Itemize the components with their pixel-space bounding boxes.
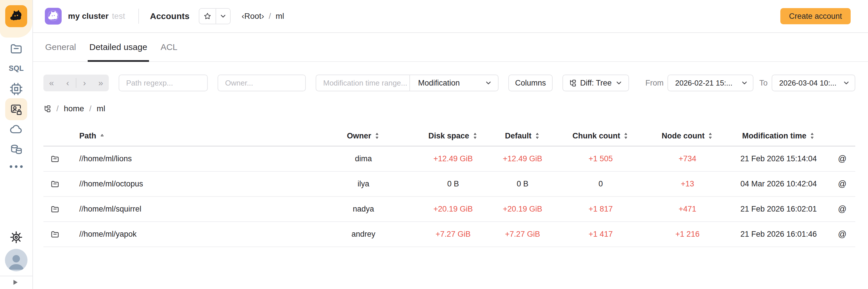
sidebar-item-cloud[interactable] xyxy=(9,122,23,136)
row-node-count: +734 xyxy=(647,154,728,163)
tab-detailed-usage[interactable]: Detailed usage xyxy=(88,33,149,61)
favorite-split-button xyxy=(199,8,230,24)
folder-icon xyxy=(9,42,23,56)
row-default: 0 B xyxy=(491,179,554,188)
row-folder xyxy=(43,230,72,239)
sidebar-item-queries[interactable]: SQL xyxy=(9,64,24,73)
path-regexp-input[interactable]: Path regexp... xyxy=(119,75,208,91)
from-date-dropdown[interactable]: 2026-02-21 15:... xyxy=(668,75,753,91)
play-triangle-icon xyxy=(11,279,19,286)
row-node-count: +13 xyxy=(647,179,728,188)
cloud-icon xyxy=(9,122,23,136)
sidebar-item-navigation[interactable] xyxy=(9,42,23,56)
column-header-default[interactable]: Default xyxy=(491,132,554,140)
favorites-dropdown-button[interactable] xyxy=(216,8,230,24)
row-modification-time: 04 Mar 2026 10:42:04 xyxy=(728,179,829,188)
cluster-logo[interactable] xyxy=(45,8,62,25)
row-chunk-count: +1 817 xyxy=(554,205,647,214)
app-logo[interactable] xyxy=(5,5,27,27)
attributes-link[interactable]: @ xyxy=(829,154,855,164)
row-path[interactable]: //home/ml/octopus xyxy=(72,179,311,188)
from-date-value: 2026-02-21 15:... xyxy=(675,79,732,87)
next-page-button[interactable]: › xyxy=(76,75,93,91)
column-header-path[interactable]: Path xyxy=(72,132,311,140)
breadcrumb-separator: / xyxy=(89,104,92,113)
main-content: General Detailed usage ACL « ‹ › » Path … xyxy=(33,33,868,289)
chevron-down-icon xyxy=(485,79,492,87)
row-disk-space: 0 B xyxy=(415,179,491,188)
sort-icon xyxy=(374,132,380,139)
row-modification-time: 21 Feb 2026 16:02:01 xyxy=(728,205,829,214)
cluster-name[interactable]: my cluster xyxy=(68,11,108,21)
time-mode-dropdown[interactable]: Modification xyxy=(410,79,498,87)
column-header-modification-time[interactable]: Modification time xyxy=(728,132,829,140)
attributes-link[interactable]: @ xyxy=(829,229,855,239)
column-header-disk-space[interactable]: Disk space xyxy=(415,132,491,140)
row-path[interactable]: //home/ml/squirrel xyxy=(72,205,311,214)
user-avatar[interactable] xyxy=(5,249,28,272)
filter-toolbar: « ‹ › » Path regexp... Owner... Modifica… xyxy=(33,75,868,91)
row-default: +12.49 GiB xyxy=(491,154,554,163)
table-row: //home/ml/squirrel nadya +20.19 GiB +20.… xyxy=(43,197,855,222)
star-icon xyxy=(204,12,212,20)
person-icon xyxy=(6,251,26,272)
to-date-dropdown[interactable]: 2026-03-04 10:... xyxy=(772,75,855,91)
last-page-button[interactable]: » xyxy=(93,75,109,91)
owner-placeholder: Owner... xyxy=(225,79,253,87)
create-account-button[interactable]: Create account xyxy=(780,8,850,24)
columns-button[interactable]: Columns xyxy=(508,75,553,91)
favorite-star-button[interactable] xyxy=(199,8,216,24)
row-path[interactable]: //home/ml/yapok xyxy=(72,230,311,239)
owner-input[interactable]: Owner... xyxy=(218,75,306,91)
account-breadcrumb: ‹Root› / ml xyxy=(242,11,284,21)
sort-icon xyxy=(623,132,629,139)
pagination-control: « ‹ › » xyxy=(43,75,109,91)
sidebar-item-accounts-active[interactable] xyxy=(5,98,27,120)
column-header-chunk-count[interactable]: Chunk count xyxy=(554,132,647,140)
column-header-node-count[interactable]: Node count xyxy=(647,132,728,140)
chevron-down-icon xyxy=(842,79,850,87)
app-window: SQL xyxy=(0,0,868,289)
tree-icon[interactable] xyxy=(43,105,51,113)
page-title: Accounts xyxy=(150,11,189,21)
row-path[interactable]: //home/ml/lions xyxy=(72,154,311,163)
folder-icon xyxy=(50,230,60,239)
table-header-row: Path Owner Disk space xyxy=(43,126,855,147)
accounts-lock-icon xyxy=(9,103,23,116)
breadcrumb-root[interactable]: ‹Root› xyxy=(242,11,264,21)
column-header-owner[interactable]: Owner xyxy=(311,132,415,140)
row-owner: andrey xyxy=(311,230,415,239)
folder-icon xyxy=(50,179,60,189)
attributes-link[interactable]: @ xyxy=(829,204,855,214)
row-default: +20.19 GiB xyxy=(491,205,554,214)
header-divider xyxy=(138,9,139,24)
date-range-group: From 2026-02-21 15:... To 2026-03-04 10:… xyxy=(645,75,855,91)
row-folder xyxy=(43,179,72,189)
time-range-input[interactable]: Modification time range... xyxy=(316,79,409,87)
first-page-button[interactable]: « xyxy=(43,75,60,91)
row-disk-space: +12.49 GiB xyxy=(415,154,491,163)
sort-icon xyxy=(707,132,713,139)
expand-sidebar-button[interactable] xyxy=(11,279,19,287)
row-chunk-count: +1 417 xyxy=(554,230,647,239)
sidebar-item-operations[interactable] xyxy=(9,82,23,96)
sidebar-item-settings[interactable] xyxy=(9,230,23,244)
previous-page-button[interactable]: ‹ xyxy=(60,75,76,91)
breadcrumb-current[interactable]: ml xyxy=(275,11,284,21)
tab-acl[interactable]: ACL xyxy=(159,33,179,61)
usage-table: Path Owner Disk space xyxy=(43,126,855,247)
table-row: //home/ml/octopus ilya 0 B 0 B 0 +13 04 … xyxy=(43,172,855,197)
sidebar-item-bundles[interactable] xyxy=(9,142,23,156)
breadcrumb-item-ml[interactable]: ml xyxy=(97,104,105,113)
chevron-down-icon xyxy=(741,79,748,87)
sidebar-item-more[interactable] xyxy=(10,165,23,168)
sql-icon: SQL xyxy=(9,64,24,73)
row-disk-space: +20.19 GiB xyxy=(415,205,491,214)
table-row: //home/ml/yapok andrey +7.27 GiB +7.27 G… xyxy=(43,222,855,247)
diff-mode-dropdown[interactable]: Diff: Tree xyxy=(562,75,629,91)
to-label: To xyxy=(759,79,768,87)
attributes-link[interactable]: @ xyxy=(829,179,855,189)
breadcrumb-item-home[interactable]: home xyxy=(64,104,84,113)
sort-icon xyxy=(472,132,478,139)
tab-general[interactable]: General xyxy=(43,33,78,61)
